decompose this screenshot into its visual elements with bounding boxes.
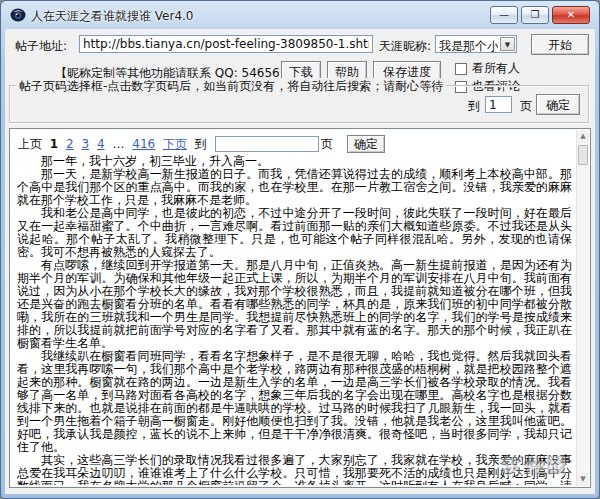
nickname-select[interactable]: 我是那个小米 ▼ [435, 35, 517, 53]
client-area: 帖子地址: 天涯昵称: 我是那个小米 ▼ 开始 【昵称定制等其他功能请联系 QQ… [5, 29, 595, 494]
scroll-down-icon[interactable]: ▼ [577, 473, 589, 486]
goto-confirm-button[interactable]: 确定 [536, 94, 580, 115]
checkbox-see-all[interactable]: 看所有人 [455, 60, 520, 77]
scroll-thumb[interactable] [578, 145, 588, 165]
start-button[interactable]: 开始 [531, 34, 589, 55]
pagination: 上页 1 2 3 4 … 416 下页 到页 确定 [18, 135, 389, 153]
pagination-goto-input[interactable] [215, 136, 319, 152]
nickname-selected-value: 我是那个小米 [439, 38, 498, 55]
checkbox-see-all-label: 看所有人 [472, 60, 520, 77]
titlebar[interactable]: 人在天涯之看谁就搜谁 Ver4.0 — ❐ ✕ [1, 1, 599, 29]
goto-label: 到 [468, 98, 480, 115]
page-selector-group: 帖子页码选择框-点击数字页码后，如当前页没有，将自动往后搜索；请耐心等待 到 页… [9, 85, 589, 123]
story-paragraph: 那一天，是新学校高一新生报道的日子。而我，凭借还算说得过去的成绩，顺利考上本校高… [17, 168, 572, 207]
window-title: 人在天涯之看谁就搜谁 Ver4.0 [31, 8, 194, 25]
post-url-input[interactable] [79, 35, 373, 53]
minimize-button[interactable]: — [490, 6, 518, 24]
maximize-button[interactable]: ❐ [521, 6, 549, 24]
scroll-up-icon[interactable]: ▲ [577, 130, 589, 143]
pagination-confirm-button[interactable]: 确定 [347, 135, 385, 153]
next-page-link[interactable]: 下页 [163, 137, 187, 151]
pagination-page-unit: 页 [321, 137, 333, 151]
last-page-link[interactable]: 416 [132, 137, 155, 151]
chevron-down-icon[interactable]: ▼ [500, 37, 515, 51]
post-url-label: 帖子地址: [15, 38, 67, 55]
post-content-panel: 上页 1 2 3 4 … 416 下页 到页 确定 那一年，我十六岁，初三毕业，… [9, 128, 591, 488]
prev-page-link[interactable]: 上页 [18, 137, 42, 151]
story-paragraph: 有点啰嗦，继续回到开学报道第一天。那是八月中旬，正值炎热。高一新生提前报道，是因… [17, 259, 572, 350]
app-window: 人在天涯之看谁就搜谁 Ver4.0 — ❐ ✕ 帖子地址: 天涯昵称: 我是那个… [0, 0, 600, 499]
checkbox-icon[interactable] [455, 63, 467, 75]
close-button[interactable]: ✕ [552, 6, 590, 24]
goto-page-input[interactable] [485, 96, 512, 113]
pagination-ellipsis: … [112, 137, 124, 151]
page-selector-legend: 帖子页码选择框-点击数字页码后，如当前页没有，将自动往后搜索；请耐心等待 [16, 78, 446, 95]
page-link-3[interactable]: 3 [81, 137, 89, 151]
page-unit-label: 页 [520, 98, 532, 115]
current-page: 1 [50, 137, 58, 151]
page-link-2[interactable]: 2 [66, 137, 74, 151]
story-paragraph: 其实，这些高三学长们的录取情况我看过很多遍了，大家别忘了，我家就在学校，我亲爱的… [17, 454, 572, 485]
pagination-goto-label: 到 [195, 137, 207, 151]
page-link-4[interactable]: 4 [97, 137, 105, 151]
story-paragraph: 我继续趴在橱窗看同班同学，看看名字想象样子，是不是很无聊，哈哈，我也觉得。然后我… [17, 350, 572, 454]
eye-app-icon [10, 7, 26, 23]
story-paragraph: 我和老公是高中同学，也是彼此的初恋，不过中途分开了一段时间，彼此失联了一段时间，… [17, 207, 572, 259]
nickname-label: 天涯昵称: [379, 38, 431, 55]
vertical-scrollbar[interactable]: ▲ ▼ [576, 130, 589, 486]
story-text: 那一年，我十六岁，初三毕业，升入高一。 那一天，是新学校高一新生报道的日子。而我… [17, 155, 572, 485]
